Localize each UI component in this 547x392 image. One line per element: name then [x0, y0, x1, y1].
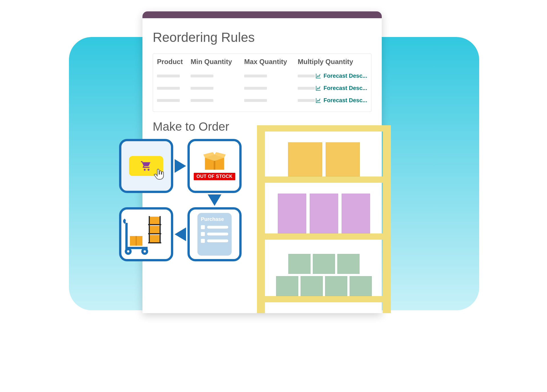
shelf-board — [257, 176, 391, 183]
cell-placeholder — [157, 87, 180, 90]
forecast-description-link[interactable]: Forecast Desc... — [315, 97, 367, 104]
shelf-board — [257, 233, 391, 240]
box-yellow — [326, 142, 360, 176]
reordering-rules-table: Product Min Quantity Max Quantity Multip… — [153, 54, 372, 112]
shelf-row-middle — [265, 191, 383, 233]
cell-placeholder — [244, 75, 267, 77]
flow-step-receive-stock — [119, 207, 173, 261]
col-min-quantity: Min Quantity — [191, 58, 242, 66]
dolly-with-boxes-icon — [122, 212, 170, 257]
forecast-description-link[interactable]: Forecast Desc... — [315, 85, 367, 91]
cell-placeholder — [157, 99, 180, 102]
arrow-left-icon — [175, 227, 186, 241]
cell-placeholder — [191, 99, 213, 102]
cell-placeholder — [244, 99, 267, 102]
box-green — [276, 276, 298, 296]
svg-rect-8 — [150, 226, 160, 234]
table-row: Forecast Desc... — [157, 70, 367, 82]
page-title: Reordering Rules — [153, 30, 372, 45]
open-box-icon — [202, 152, 227, 172]
cell-placeholder — [157, 75, 180, 77]
svg-point-21 — [127, 250, 129, 253]
flow-step-purchase-order: Purchase — [187, 207, 242, 261]
box-green — [288, 254, 311, 274]
cell-placeholder — [298, 87, 315, 90]
chart-area-icon — [315, 97, 321, 104]
svg-rect-6 — [214, 161, 215, 170]
make-to-order-flow: OUT OF STOCK — [119, 139, 244, 261]
out-of-stock-badge: OUT OF STOCK — [194, 173, 236, 180]
shelf-board — [257, 125, 391, 132]
cell-placeholder — [244, 87, 267, 90]
cell-placeholder — [298, 75, 315, 77]
svg-point-22 — [144, 250, 146, 253]
box-purple — [342, 194, 370, 233]
shelf-board — [257, 296, 391, 302]
svg-rect-16 — [136, 236, 137, 246]
chart-area-icon — [315, 73, 321, 79]
box-yellow — [288, 142, 322, 176]
svg-point-0 — [144, 169, 146, 171]
table-row: Forecast Desc... — [157, 94, 367, 106]
warehouse-shelf-illustration — [257, 125, 391, 313]
purchase-order-card: Purchase — [197, 213, 232, 256]
cell-placeholder — [191, 87, 213, 90]
table-row: Forecast Desc... — [157, 82, 367, 94]
shelf-row-top — [265, 139, 383, 176]
pointer-hand-icon — [152, 168, 166, 182]
svg-rect-7 — [150, 217, 160, 225]
box-green — [350, 276, 372, 296]
svg-rect-9 — [150, 235, 160, 243]
shelf-row-bottom — [265, 248, 383, 296]
col-multiply-quantity: Multiply Quantity — [298, 58, 360, 66]
arrow-down-icon — [208, 194, 221, 206]
box-purple — [310, 194, 338, 233]
chart-area-icon — [315, 85, 321, 91]
box-green — [301, 276, 323, 296]
box-green — [337, 254, 360, 274]
shopping-cart-icon — [140, 160, 153, 172]
shelf-post — [257, 125, 265, 313]
svg-point-1 — [148, 169, 150, 171]
box-green — [325, 276, 347, 296]
box-purple — [278, 194, 306, 233]
forecast-description-link[interactable]: Forecast Desc... — [315, 73, 367, 79]
shelf-post — [383, 125, 391, 313]
box-green — [313, 254, 335, 274]
col-product: Product — [157, 58, 188, 66]
arrow-right-icon — [175, 159, 186, 173]
flow-step-add-to-cart — [119, 139, 173, 193]
table-header: Product Min Quantity Max Quantity Multip… — [157, 58, 367, 70]
flow-step-out-of-stock: OUT OF STOCK — [187, 139, 242, 193]
cell-placeholder — [298, 99, 315, 102]
cell-placeholder — [191, 75, 213, 77]
purchase-order-title: Purchase — [201, 216, 228, 222]
add-to-cart-button — [129, 156, 163, 176]
col-max-quantity: Max Quantity — [244, 58, 295, 66]
